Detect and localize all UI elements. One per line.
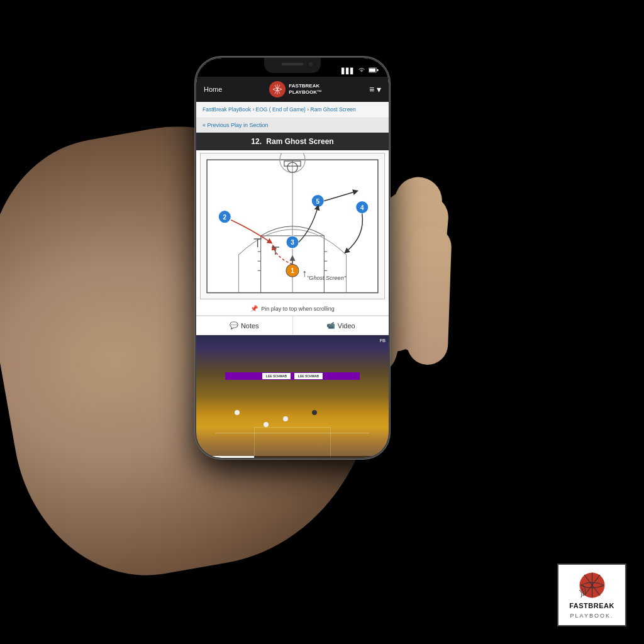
watermark: FASTBREAK PLAYBOOK.: [557, 564, 626, 626]
nav-logo: FASTBREAK PLAYBOOK™: [269, 81, 322, 97]
play-navigation: « Previous Play in Section: [196, 118, 389, 133]
svg-text:1: 1: [291, 267, 294, 274]
video-progress: [196, 456, 254, 458]
pin-option[interactable]: 📌 Pin play to top when scrolling: [196, 302, 389, 316]
svg-text:↑: ↑: [302, 267, 307, 279]
basketball-court-svg: 1 2 3 4 5: [201, 153, 384, 299]
svg-text:4: 4: [360, 204, 364, 211]
watermark-ball-icon: [578, 571, 606, 599]
play-title: Ram Ghost Screen: [266, 137, 333, 146]
brand-sub: PLAYBOOK™: [289, 89, 322, 96]
court-diagram: 1 2 3 4 5: [200, 153, 385, 300]
battery-icon: [369, 67, 379, 74]
svg-text:5: 5: [316, 197, 319, 204]
home-link[interactable]: Home: [204, 86, 222, 93]
pin-icon: 📌: [250, 305, 258, 312]
notes-tab[interactable]: 💬 Notes: [196, 316, 293, 335]
watermark-brand: FASTBREAK: [569, 602, 614, 610]
breadcrumb: FastBreak PlayBook › EOG ( End of Game) …: [196, 102, 389, 118]
play-title-bar: 12. Ram Ghost Screen: [196, 133, 389, 150]
video-section[interactable]: LEE SCHWAB LEE SCHWAB FB: [196, 335, 389, 458]
play-number: 12.: [251, 137, 262, 146]
video-icon: 📹: [326, 321, 335, 330]
svg-rect-1: [369, 69, 375, 72]
signal-bars: ▋▋▋: [341, 68, 355, 74]
svg-text:3: 3: [291, 239, 294, 246]
notes-icon: 💬: [230, 321, 238, 330]
svg-rect-2: [377, 69, 379, 71]
svg-text:"Ghost Screen": "Ghost Screen": [307, 275, 347, 281]
wifi-icon: [358, 67, 365, 74]
notes-label: Notes: [241, 322, 259, 330]
tab-bar: 💬 Notes 📹 Video: [196, 316, 389, 335]
pin-label: Pin play to top when scrolling: [261, 306, 335, 312]
breadcrumb-part1[interactable]: FastBreak PlayBook: [203, 106, 251, 113]
nav-bar: Home: [196, 77, 389, 102]
svg-text:2: 2: [223, 213, 226, 220]
hamburger-menu[interactable]: ≡ ▾: [369, 84, 381, 94]
prev-play-link[interactable]: « Previous Play in Section: [203, 122, 269, 128]
breadcrumb-part2[interactable]: EOG ( End of Game): [256, 106, 306, 113]
video-tab[interactable]: 📹 Video: [293, 316, 389, 335]
watermark-sub: PLAYBOOK.: [570, 613, 614, 619]
breadcrumb-part3[interactable]: Ram Ghost Screen: [311, 106, 356, 113]
brand-name: FASTBREAK: [289, 83, 322, 89]
video-label: Video: [338, 322, 355, 330]
